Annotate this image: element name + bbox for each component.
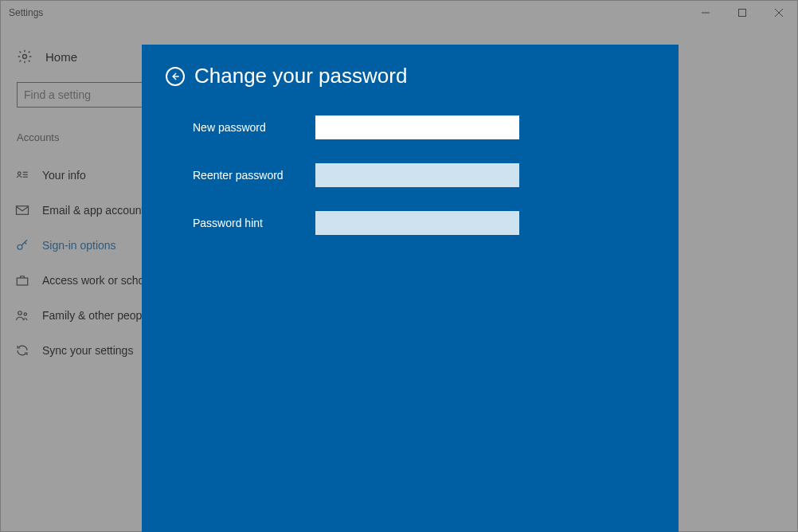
password-hint-input[interactable] — [315, 211, 519, 235]
settings-window: Settings Home — [0, 0, 798, 532]
password-hint-row: Password hint — [166, 211, 655, 235]
change-password-dialog: Change your password New password Reente… — [142, 45, 679, 532]
reenter-password-row: Reenter password — [166, 163, 655, 187]
reenter-password-label: Reenter password — [193, 169, 315, 182]
new-password-input[interactable] — [315, 115, 519, 139]
password-hint-label: Password hint — [193, 217, 315, 229]
new-password-row: New password — [166, 115, 655, 139]
back-button[interactable] — [166, 67, 185, 86]
dialog-header: Change your password — [166, 64, 655, 88]
reenter-password-input[interactable] — [315, 163, 519, 187]
new-password-label: New password — [193, 121, 315, 134]
dialog-title: Change your password — [194, 64, 407, 88]
